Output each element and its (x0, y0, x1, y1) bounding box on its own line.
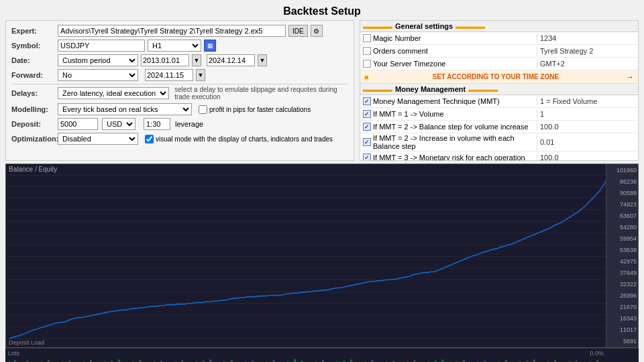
chart-svg (6, 164, 638, 347)
svg-rect-77 (441, 359, 443, 362)
forward-select[interactable]: No Yes (58, 69, 138, 81)
y-label-9: 37649 (608, 269, 637, 276)
mmt-row-3: ✓ If MMT = 2 -> Increase in volume with … (360, 133, 638, 152)
mmt-1-label: If MMT = 1 -> Volume (373, 110, 444, 118)
leverage-label: leverage (175, 120, 203, 128)
mmt-0-value: 1 = Fixed Volume (537, 97, 638, 106)
volume-left-label: Lots (8, 350, 19, 357)
expert-input[interactable] (58, 25, 286, 37)
delays-note: select a delay to emulate slippage and r… (174, 86, 348, 101)
svg-rect-31 (118, 359, 120, 362)
y-label-13: 16343 (608, 315, 637, 322)
money-settings-label: Money Management (395, 85, 466, 93)
profit-checkbox[interactable] (199, 105, 207, 114)
timeframe-select[interactable]: H1 M1 M5 M15 H4 D1 (148, 40, 201, 52)
balance-line (9, 180, 606, 339)
mmt-2-label: If MMT = 2 -> Balance step for volume in… (373, 123, 529, 131)
delays-select[interactable]: Zero latency, ideal execution (58, 87, 169, 99)
currency-select[interactable]: USD EUR (102, 118, 136, 130)
mmt-3-value: 0.01 (537, 137, 638, 147)
y-label-10: 32322 (608, 281, 637, 288)
backtest-form: Expert: IDE ⚙ Symbol: H1 M1 M5 M15 H4 D1… (5, 20, 354, 161)
y-label-4: 63607 (608, 213, 637, 219)
mmt-4-checkbox[interactable]: ✓ (363, 154, 371, 161)
visual-checkbox-label[interactable]: visual mode with the display of charts, … (145, 135, 333, 143)
y-label-0: 101960 (608, 167, 637, 174)
profit-label: profit in pips for faster calculations (209, 106, 311, 113)
svg-rect-90 (533, 359, 535, 362)
symbol-input[interactable] (58, 40, 145, 52)
setting-row-comment: Orders comment Tyrell Strategy 2 (360, 45, 638, 58)
mmt-1-checkbox[interactable]: ✓ (363, 110, 371, 118)
money-settings-header: ▬▬▬▬ Money Management ▬▬▬▬ (360, 84, 638, 95)
folder-icon-right: ▬▬▬▬ (455, 22, 485, 30)
comment-checkbox[interactable] (363, 47, 371, 55)
mmt-2-value: 100.0 (537, 122, 638, 131)
timezone-alert-row: ■ SET ACCORDING TO YOUR TIME ZONE → (360, 70, 638, 84)
alert-folder-icon: ■ (364, 73, 369, 81)
ide-button[interactable]: IDE (288, 25, 308, 37)
delays-label: Delays: (11, 89, 55, 97)
svg-rect-44 (209, 359, 211, 362)
timezone-value: GMT+2 (537, 59, 638, 68)
y-label-8: 42975 (608, 258, 637, 265)
date-to-picker[interactable]: ▼ (258, 54, 267, 66)
modelling-select[interactable]: Every tick based on real ticks (58, 103, 192, 115)
date-preset-select[interactable]: Custom period (58, 54, 138, 66)
mmt-3-checkbox[interactable]: ✓ (363, 138, 371, 146)
profit-checkbox-label[interactable]: profit in pips for faster calculations (199, 105, 311, 114)
forward-label: Forward: (11, 71, 55, 79)
expert-label: Expert: (11, 27, 55, 35)
y-label-5: 54280 (608, 224, 637, 231)
mmt-4-label: If MMT = 3 -> Monetary risk for each ope… (373, 154, 525, 161)
volume-area: Lots 0.0% (5, 348, 639, 362)
mmt-row-2: ✓ If MMT = 2 -> Balance step for volume … (360, 121, 638, 133)
money-folder-icon-right: ▬▬▬▬ (468, 85, 498, 93)
folder-icon: ▬▬▬▬ (363, 22, 392, 30)
magic-label: Magic Number (373, 34, 421, 42)
timezone-label: Your Server Timezone (373, 60, 445, 68)
y-label-15: 5691 (608, 338, 637, 345)
mmt-row-1: ✓ If MMT = 1 -> Volume 1 (360, 108, 638, 121)
mmt-3-label: If MMT = 2 -> Increase in volume with ea… (373, 134, 534, 150)
mmt-0-checkbox[interactable]: ✓ (363, 97, 371, 105)
visual-checkbox[interactable] (145, 135, 154, 143)
page-title: Backtest Setup (0, 0, 644, 20)
mmt-1-value: 1 (537, 109, 638, 119)
y-label-1: 86238 (608, 178, 637, 185)
volume-right-label: 0.0% (590, 350, 604, 357)
date-to-input[interactable] (207, 54, 255, 66)
deposit-input[interactable] (58, 118, 98, 130)
svg-rect-56 (294, 359, 296, 363)
y-label-7: 53638 (608, 247, 637, 253)
symbol-label: Symbol: (11, 42, 55, 50)
forward-date-input[interactable] (145, 69, 193, 81)
forward-date-picker[interactable]: ▼ (196, 69, 205, 81)
setting-row-magic: Magic Number 1234 (360, 32, 638, 45)
chart-title: Balance / Equity (9, 166, 57, 173)
mmt-2-checkbox[interactable]: ✓ (363, 123, 371, 131)
leverage-input[interactable] (144, 118, 170, 130)
svg-rect-64 (350, 359, 352, 362)
chart-icon-btn[interactable]: ▦ (204, 40, 216, 52)
mmt-4-value: 100.0 (537, 153, 638, 161)
date-from-picker[interactable]: ▼ (192, 54, 201, 66)
y-label-3: 74923 (608, 201, 637, 208)
modelling-label: Modelling: (11, 105, 55, 113)
setting-row-timezone: Your Server Timezone GMT+2 (360, 58, 638, 70)
y-label-12: 21670 (608, 304, 637, 310)
magic-checkbox[interactable] (363, 34, 371, 42)
chart-area: Balance / Equity 101960 86238 90588 7492… (5, 164, 639, 348)
optimization-label: Optimization: (11, 135, 55, 143)
date-from-input[interactable] (141, 54, 189, 66)
settings-icon-btn[interactable]: ⚙ (311, 25, 323, 37)
magic-value: 1234 (537, 34, 638, 43)
general-settings-header: ▬▬▬▬ General settings ▬▬▬▬ (360, 21, 638, 32)
money-folder-icon: ▬▬▬▬ (363, 85, 392, 93)
timezone-alert-text: SET ACCORDING TO YOUR TIME ZONE (369, 73, 623, 80)
timezone-checkbox[interactable] (363, 60, 371, 68)
mmt-row-0: ✓ Money Management Technique (MMT) 1 = F… (360, 95, 638, 108)
red-arrow-icon: → (625, 72, 634, 82)
date-label: Date: (11, 56, 55, 64)
optimization-select[interactable]: Disabled Enabled (58, 133, 138, 145)
